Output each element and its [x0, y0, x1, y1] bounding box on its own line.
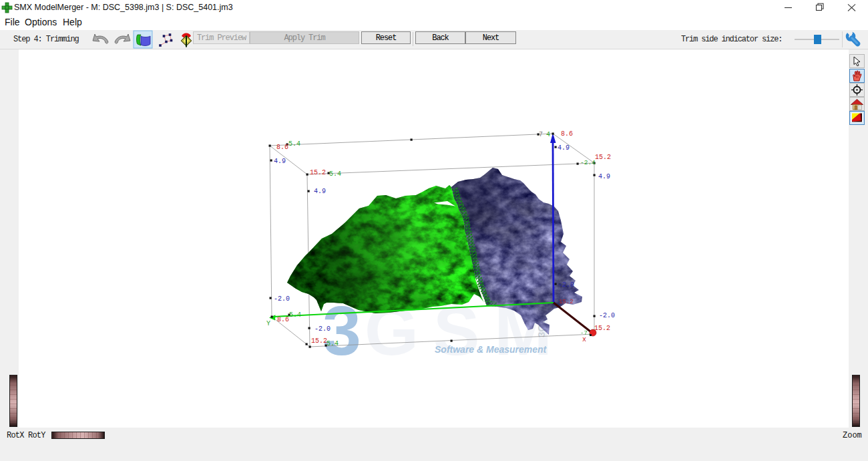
svg-text:-2.0: -2.0: [314, 325, 331, 333]
svg-text:x: x: [582, 336, 586, 343]
svg-text:-2.0: -2.0: [558, 281, 574, 289]
svg-text:7: 7: [539, 131, 543, 138]
svg-text:5.4: 5.4: [327, 340, 339, 347]
svg-text:4.9: 4.9: [274, 158, 286, 165]
svg-text:-7.: -7.: [580, 330, 591, 337]
svg-text:15.2: 15.2: [595, 154, 611, 161]
svg-text:8.6: 8.6: [277, 316, 289, 323]
svg-text:5.4: 5.4: [289, 311, 301, 319]
svg-text:15.2: 15.2: [594, 325, 610, 332]
svg-text:15.2: 15.2: [559, 299, 574, 305]
svg-text:15.2: 15.2: [310, 169, 326, 176]
svg-text:8.6: 8.6: [276, 144, 288, 151]
svg-text:15.2: 15.2: [311, 337, 327, 345]
svg-text:4.9: 4.9: [558, 144, 570, 152]
svg-text:-2.0: -2.0: [274, 295, 290, 303]
svg-text:-2.4: -2.4: [580, 159, 596, 166]
svg-text:4.9: 4.9: [598, 173, 610, 180]
svg-text:4.9: 4.9: [314, 188, 326, 195]
svg-text:5.4: 5.4: [329, 170, 341, 178]
svg-text:5.4: 5.4: [288, 140, 300, 148]
svg-text:4: 4: [546, 131, 550, 138]
svg-text:Y: Y: [266, 320, 270, 327]
svg-text:8.6: 8.6: [561, 130, 573, 138]
svg-text:Software & Measurement: Software & Measurement: [435, 344, 548, 355]
svg-text:-2.0: -2.0: [599, 312, 615, 319]
